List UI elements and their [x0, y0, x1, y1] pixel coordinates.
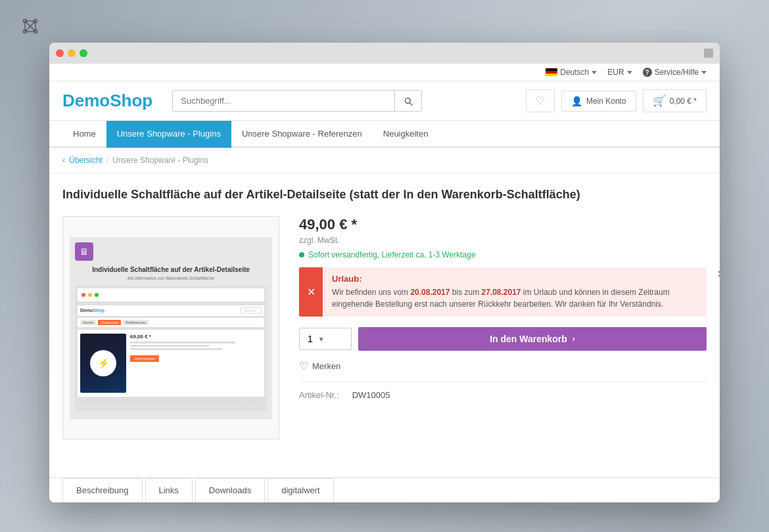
language-chevron-icon	[592, 71, 597, 74]
quantity-value: 1	[308, 334, 313, 344]
mock-add-btn: Jetzt kaufen	[130, 355, 159, 362]
shipping-label: Sofort versandfertig, Lieferzeit ca. 1-3…	[308, 250, 476, 259]
logo-demo: Demo	[62, 91, 110, 110]
product-details: 49,00 € * zzgl. MwSt. Sofort versandfert…	[299, 216, 707, 400]
cart-label: 0,00 € *	[670, 97, 697, 106]
mock-line-3	[130, 348, 222, 350]
mock-subtitle: Als Alternative zur Warenkorb-Schaltfläc…	[75, 276, 267, 280]
breadcrumb-back-link[interactable]: Übersicht	[69, 156, 103, 165]
mock-logo: DemoShop	[80, 308, 105, 313]
cart-icon: 🛒	[653, 95, 666, 107]
service-chevron-icon	[701, 71, 707, 74]
mock-line-1	[130, 342, 235, 344]
vacation-title: Urlaub:	[332, 274, 697, 284]
flag-icon	[546, 68, 557, 76]
vacation-close-button[interactable]: ✕	[299, 267, 323, 317]
cart-button[interactable]: 🛒 0,00 € *	[643, 89, 707, 112]
maximize-button[interactable]	[80, 49, 87, 57]
desktop: Deutsch EUR ? Service/Hilfe DemoShop	[0, 0, 769, 532]
mock-nav-3: Referenzen	[123, 320, 149, 325]
mock-logo-row: DemoShop Suche...	[78, 305, 264, 316]
tab-digitalwert[interactable]: digitalwert	[268, 478, 334, 502]
wishlist-button[interactable]: ♡	[526, 89, 555, 112]
shop-nav: Home Unsere Shopware - Plugins Unsere Sh…	[49, 121, 720, 148]
window-resize-icon	[704, 49, 713, 58]
minimize-button[interactable]	[68, 49, 76, 57]
nav-item-neuigkeiten[interactable]: Neuigkeiten	[373, 121, 439, 148]
vacation-date-to: 27.08.2017	[481, 288, 521, 297]
product-price: 49,00 € *	[299, 216, 707, 233]
mock-product-image: ⚡	[80, 334, 126, 393]
wishlist-heart-icon: ♡	[299, 360, 308, 372]
mock-nav-2: Shopware	[98, 320, 121, 325]
mock-line-4	[80, 399, 262, 401]
product-layout: 🖥 Individuelle Schaltfläche auf der Arti…	[62, 216, 707, 439]
shipping-status: Sofort versandfertig, Lieferzeit ca. 1-3…	[299, 250, 707, 259]
help-icon: ?	[643, 68, 652, 77]
price-note: zzgl. MwSt.	[299, 236, 707, 245]
tab-links[interactable]: Links	[145, 478, 193, 502]
breadcrumb: ‹ Übersicht / Unsere Shopware - Plugins	[49, 148, 720, 173]
vacation-text-1: Wir befinden uns vom	[332, 288, 410, 297]
add-btn-arrow-icon: ›	[572, 334, 575, 344]
service-link[interactable]: ? Service/Hilfe	[643, 68, 707, 77]
search-button[interactable]	[394, 91, 421, 111]
next-arrow-button[interactable]: ›	[708, 253, 720, 292]
mock-desc-lines	[130, 342, 262, 350]
shop-header: DemoShop ♡ 👤 Mein Konto	[49, 81, 720, 121]
article-nr-label: Artikel-Nr.:	[299, 390, 339, 400]
shop-logo[interactable]: DemoShop	[62, 91, 152, 111]
tab-downloads[interactable]: Downloads	[195, 478, 265, 502]
vacation-notice: ✕ Urlaub: Wir befinden uns vom 20.08.201…	[299, 267, 707, 317]
header-actions: ♡ 👤 Mein Konto 🛒 0,00 € *	[526, 89, 707, 112]
product-screenshot: 🖥 Individuelle Schaltfläche auf der Arti…	[70, 237, 272, 419]
nav-item-plugins[interactable]: Unsere Shopware - Plugins	[106, 121, 231, 148]
mock-title: Individuelle Schaltfläche auf der Artike…	[75, 266, 267, 273]
breadcrumb-current: Unsere Shopware - Plugins	[112, 156, 208, 165]
quantity-selector[interactable]: 1 ▼	[299, 328, 352, 350]
nav-item-referenzen[interactable]: Unsere Shopware - Referenzen	[231, 121, 373, 148]
tab-beschreibung[interactable]: Beschreibung	[62, 478, 143, 502]
plugin-icon: 🖥	[75, 242, 93, 261]
mock-nav-1: Home	[80, 320, 96, 325]
os-icon	[18, 14, 42, 38]
product-section: Individuelle Schaltfläche auf der Artike…	[49, 173, 720, 471]
top-bar: Deutsch EUR ? Service/Hilfe	[49, 64, 720, 81]
mock-dot-red	[82, 293, 85, 297]
service-label: Service/Hilfe	[655, 68, 699, 77]
search-input[interactable]	[173, 91, 394, 111]
product-image-container: 🖥 Individuelle Schaltfläche auf der Arti…	[62, 216, 279, 439]
account-label: Mein Konto	[586, 97, 626, 106]
vacation-date-from: 20.08.2017	[410, 288, 450, 297]
mock-product-area: ⚡ 69,00 € *	[78, 330, 264, 397]
mock-product-info: 69,00 € * Jetzt kaufen	[130, 334, 262, 393]
heart-icon: ♡	[536, 95, 545, 107]
quantity-chevron-icon: ▼	[318, 336, 325, 343]
browser-titlebar	[49, 43, 720, 64]
breadcrumb-back-icon: ‹	[62, 156, 65, 165]
currency-selector[interactable]: EUR	[607, 68, 632, 77]
status-dot-icon	[299, 252, 304, 257]
wishlist-label: Merken	[312, 361, 340, 371]
language-label: Deutsch	[560, 68, 589, 77]
add-to-cart-row: 1 ▼ In den Warenkorb ›	[299, 327, 707, 351]
nav-item-home[interactable]: Home	[62, 121, 106, 148]
user-icon: 👤	[571, 96, 582, 106]
mock-line-2	[130, 345, 209, 347]
mock-shop-nav: Home Shopware Referenzen	[78, 318, 264, 327]
language-selector[interactable]: Deutsch	[546, 68, 597, 77]
article-nr-value: DW10005	[352, 390, 390, 400]
account-button[interactable]: 👤 Mein Konto	[561, 91, 636, 112]
mock-browser-titlebar	[78, 288, 264, 301]
close-button[interactable]	[56, 49, 64, 57]
wishlist-row[interactable]: ♡ Merken	[299, 360, 707, 372]
shop-content: Deutsch EUR ? Service/Hilfe DemoShop	[49, 64, 720, 502]
currency-label: EUR	[607, 68, 624, 77]
article-info: Artikel-Nr.: DW10005	[299, 382, 707, 400]
mock-dot-yellow	[88, 293, 92, 297]
add-to-cart-button[interactable]: In den Warenkorb ›	[358, 327, 707, 351]
browser-window: Deutsch EUR ? Service/Hilfe DemoShop	[49, 43, 720, 502]
search-bar	[172, 90, 422, 112]
logo-shop: Shop	[110, 91, 152, 110]
currency-chevron-icon	[627, 71, 632, 74]
